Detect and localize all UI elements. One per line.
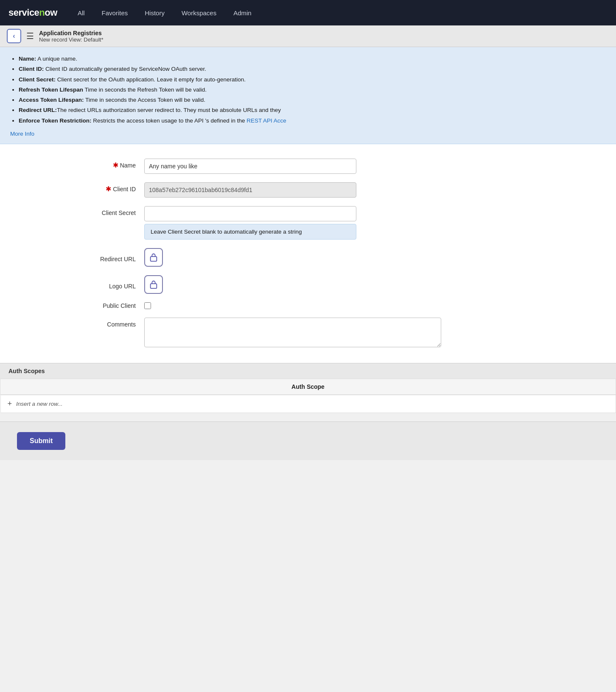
nav-favorites[interactable]: Favorites (98, 8, 132, 18)
top-nav: servicenow All Favorites History Workspa… (0, 0, 616, 25)
info-list: Name: A unique name. Client ID: Client I… (10, 54, 606, 126)
nav-admin[interactable]: Admin (230, 8, 255, 18)
redirect-url-label: Redirect URL (0, 252, 144, 262)
logo-url-label: Logo URL (0, 279, 144, 290)
comments-row: Comments (0, 313, 616, 353)
name-input-wrapper (144, 159, 356, 174)
nav-workspaces[interactable]: Workspaces (178, 8, 220, 18)
insert-row: + Insert a new row... (0, 395, 616, 413)
back-button[interactable]: ‹ (7, 29, 21, 43)
name-row: ✱ Name (0, 154, 616, 178)
client-secret-hint: Leave Client Secret blank to automatical… (144, 224, 356, 240)
info-item-redirect: Redirect URL:The rediect URLs authorizat… (19, 105, 606, 115)
auth-scopes-section: Auth Scopes (0, 363, 616, 379)
breadcrumb-title: Application Registries (39, 30, 104, 36)
name-label: ✱ Name (0, 159, 144, 169)
logo-url-lock-button[interactable] (144, 275, 163, 294)
sub-header: ‹ ☰ Application Registries New record Vi… (0, 25, 616, 47)
nav-all[interactable]: All (74, 8, 88, 18)
client-id-required-star: ✱ (106, 186, 111, 193)
info-item-enforce: Enforce Token Restriction: Restricts the… (19, 116, 606, 126)
client-secret-input-wrapper: Leave Client Secret blank to automatical… (144, 206, 356, 240)
info-item-refresh: Refresh Token Lifespan Time in seconds t… (19, 85, 606, 95)
logo-url-row: Logo URL (0, 271, 616, 298)
breadcrumb: Application Registries New record View: … (39, 30, 104, 43)
redirect-url-lock-button[interactable] (144, 248, 163, 267)
name-required-star: ✱ (113, 162, 118, 169)
submit-button[interactable]: Submit (17, 432, 65, 450)
hamburger-icon[interactable]: ☰ (26, 31, 34, 41)
client-secret-row: Client Secret Leave Client Secret blank … (0, 202, 616, 244)
footer-area: Submit (0, 421, 616, 460)
svg-rect-1 (151, 284, 157, 288)
client-id-input-wrapper (144, 182, 356, 198)
more-info-link[interactable]: More Info (10, 131, 34, 137)
client-id-input[interactable] (144, 182, 356, 198)
client-id-row: ✱ Client ID (0, 178, 616, 202)
public-client-checkbox[interactable] (144, 302, 151, 309)
auth-scope-header: Auth Scope (0, 379, 616, 395)
comments-textarea[interactable] (144, 318, 441, 347)
info-item-name: Name: A unique name. (19, 54, 606, 64)
rest-api-link[interactable]: REST API Acce (246, 117, 286, 124)
main-content: Name: A unique name. Client ID: Client I… (0, 47, 616, 413)
breadcrumb-sub: New record View: Default* (39, 36, 104, 43)
lock-icon (149, 253, 158, 262)
logo-text: servicenow (8, 7, 57, 18)
info-item-access: Access Token Lifespan: Time in seconds t… (19, 95, 606, 105)
redirect-url-row: Redirect URL (0, 244, 616, 271)
info-item-clientid: Client ID: Client ID automatically gener… (19, 64, 606, 74)
public-client-row: Public Client (0, 298, 616, 313)
lock-icon (149, 280, 158, 289)
svg-rect-0 (151, 257, 157, 261)
insert-cell: + Insert a new row... (0, 395, 616, 413)
info-banner: Name: A unique name. Client ID: Client I… (0, 47, 616, 144)
client-secret-input[interactable] (144, 206, 356, 221)
name-input[interactable] (144, 159, 356, 174)
comments-input-wrapper (144, 318, 441, 349)
insert-text[interactable]: Insert a new row... (16, 401, 63, 407)
auth-scope-table: Auth Scope + Insert a new row... (0, 379, 616, 413)
nav-history[interactable]: History (141, 8, 168, 18)
public-client-label: Public Client (0, 302, 144, 309)
client-secret-label: Client Secret (0, 206, 144, 216)
comments-label: Comments (0, 318, 144, 328)
insert-plus-icon[interactable]: + (8, 399, 12, 408)
client-id-label: ✱ Client ID (0, 182, 144, 193)
info-item-clientsecret: Client Secret: Client secret for the OAu… (19, 75, 606, 85)
form-area: ✱ Name ✱ Client ID Client Secret (0, 144, 616, 363)
logo: servicenow (8, 7, 57, 18)
